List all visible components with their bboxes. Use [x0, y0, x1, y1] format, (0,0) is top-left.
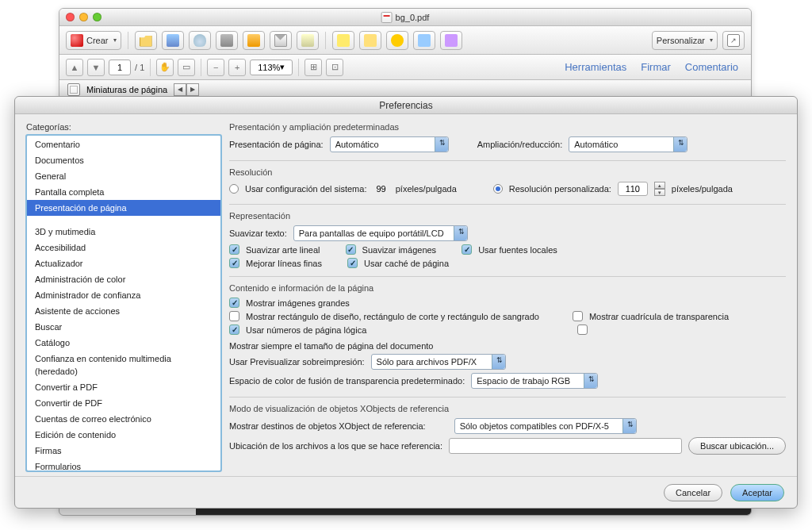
smooth-lineart-checkbox[interactable] — [229, 244, 239, 255]
trans-grid-checkbox[interactable] — [573, 311, 583, 321]
zoom-label: Ampliación/reducción: — [477, 140, 563, 149]
thin-lines-checkbox[interactable] — [229, 258, 239, 268]
expand-icon — [727, 34, 740, 47]
edit-button[interactable] — [243, 31, 265, 50]
boxes-checkbox[interactable] — [229, 311, 239, 321]
page-down-button[interactable]: ▼ — [87, 59, 105, 76]
hand-tool-button[interactable]: ✋ — [156, 59, 174, 76]
sign-button[interactable] — [297, 31, 319, 50]
overprint-select[interactable]: Sólo para archivos PDF/X — [371, 354, 506, 370]
open-button[interactable] — [135, 31, 157, 50]
smooth-text-label: Suavizar texto: — [229, 229, 287, 238]
category-item[interactable]: Catálogo — [27, 335, 220, 351]
category-item[interactable]: Comentario — [27, 136, 220, 152]
fit-page-button[interactable]: ⊡ — [326, 59, 343, 76]
category-item[interactable]: Formularios — [27, 459, 220, 471]
stamp-button[interactable] — [440, 31, 462, 50]
category-item[interactable]: Accesibilidad — [27, 240, 220, 255]
fit-width-button[interactable]: ⊞ — [304, 59, 322, 76]
custom-res-radio[interactable] — [493, 184, 503, 194]
page-layout-select[interactable]: Automático — [330, 136, 449, 152]
stamp-icon — [445, 34, 458, 47]
local-fonts-label: Usar fuentes locales — [478, 245, 557, 255]
create-button[interactable]: Crear — [66, 31, 121, 50]
cloud-icon — [193, 34, 206, 47]
category-item[interactable]: Confianza en contenido multimedia (hered… — [27, 351, 220, 379]
local-fonts-checkbox[interactable] — [462, 244, 472, 255]
category-item[interactable]: Presentación de página — [27, 200, 220, 216]
category-item[interactable]: Convertir a PDF — [27, 379, 220, 395]
maximize-icon[interactable] — [93, 13, 102, 21]
categories-list[interactable]: ComentarioDocumentosGeneralPantalla comp… — [26, 135, 221, 471]
section-title: Modo de visualización de objetos XObject… — [229, 404, 786, 413]
zoom-select[interactable]: Automático — [569, 136, 688, 152]
page-total: 1 — [140, 63, 144, 72]
page-size-checkbox[interactable] — [577, 325, 588, 335]
customize-button[interactable]: Personalizar — [652, 31, 718, 50]
highlight-icon — [364, 34, 377, 47]
section-title: Resolución — [229, 167, 786, 177]
category-item[interactable]: Asistente de acciones — [27, 303, 220, 319]
separator — [150, 59, 151, 76]
category-item[interactable]: Administrador de confianza — [27, 287, 220, 303]
create-label: Crear — [86, 36, 109, 45]
smooth-text-select[interactable]: Para pantallas de equipo portátil/LCD — [293, 225, 468, 241]
zoom-value[interactable]: 113% ▾ — [250, 60, 293, 75]
category-item[interactable]: Convertir de PDF — [27, 395, 220, 411]
category-item[interactable]: General — [27, 168, 220, 184]
zoom-out-button[interactable]: − — [207, 59, 224, 76]
res-stepper[interactable]: ▲▼ — [654, 182, 665, 196]
category-item[interactable]: 3D y mutimedia — [27, 224, 220, 240]
blend-select[interactable]: Espacio de trabajo RGB — [471, 373, 598, 389]
attach-button[interactable] — [413, 31, 435, 50]
res-unit: píxeles/pulgada — [396, 184, 457, 194]
system-res-value: 99 — [376, 184, 385, 194]
category-item[interactable]: Buscar — [27, 319, 220, 335]
thumb-prev-button[interactable]: ◀ — [174, 83, 186, 96]
minimize-icon[interactable] — [79, 13, 88, 21]
logical-page-checkbox[interactable] — [229, 325, 239, 335]
cancel-button[interactable]: Cancelar — [664, 484, 722, 501]
page-up-button[interactable]: ▲ — [66, 59, 83, 76]
print-button[interactable] — [216, 31, 238, 50]
browse-button[interactable]: Buscar ubicación... — [688, 437, 786, 455]
close-icon[interactable] — [66, 13, 75, 21]
xobj-loc-input[interactable] — [449, 438, 682, 454]
zoom-in-button[interactable]: + — [228, 59, 246, 76]
category-item[interactable]: Administración de color — [27, 271, 220, 287]
mail-button[interactable] — [270, 31, 292, 50]
xobj-show-select[interactable]: Sólo objetos compatibles con PDF/X-5 — [454, 418, 637, 434]
category-item[interactable]: Documentos — [27, 152, 220, 168]
sign-tab[interactable]: Firmar — [641, 61, 671, 73]
cloud-button[interactable] — [189, 31, 211, 50]
page-of-label: / 1 — [135, 63, 144, 72]
category-item[interactable]: Cuentas de correo electrónico — [27, 411, 220, 427]
comment-icon — [391, 34, 404, 47]
pdf-file-icon — [381, 12, 393, 23]
system-res-radio[interactable] — [229, 184, 239, 194]
thumbnails-icon[interactable] — [67, 83, 80, 96]
highlight-button[interactable] — [359, 31, 381, 50]
category-item[interactable]: Firmas — [27, 443, 220, 459]
xobj-show-label: Mostrar destinos de objetos XObject de r… — [229, 421, 426, 431]
large-images-checkbox[interactable] — [229, 298, 239, 308]
separator — [201, 59, 201, 76]
expand-button[interactable] — [722, 31, 745, 50]
save-button[interactable] — [162, 31, 184, 50]
select-tool-button[interactable]: ▭ — [178, 59, 195, 76]
note-button[interactable] — [332, 31, 354, 50]
category-item[interactable]: Edición de contenido — [27, 427, 220, 443]
custom-res-input[interactable]: 110 — [618, 182, 648, 196]
category-item[interactable]: Actualizador — [27, 255, 220, 271]
note-icon — [337, 34, 350, 47]
comment-button[interactable] — [386, 31, 408, 50]
page-cache-checkbox[interactable] — [347, 258, 358, 268]
thumb-next-button[interactable]: ▶ — [186, 83, 199, 96]
comment-tab[interactable]: Comentario — [685, 61, 738, 73]
mail-icon — [274, 34, 287, 47]
smooth-images-checkbox[interactable] — [346, 244, 356, 255]
category-item[interactable]: Pantalla completa — [27, 184, 220, 200]
page-number-input[interactable] — [109, 60, 131, 75]
ok-button[interactable]: Aceptar — [730, 484, 784, 501]
tools-tab[interactable]: Herramientas — [565, 61, 626, 73]
